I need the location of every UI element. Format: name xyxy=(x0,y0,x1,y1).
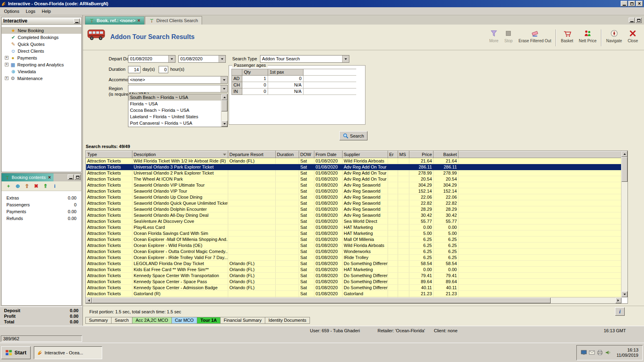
passenger-qty-cell[interactable]: 1 xyxy=(242,76,268,82)
result-row[interactable]: Attraction TicketsOcean Explorer -Mall O… xyxy=(86,237,621,243)
result-row[interactable]: Attraction TicketsSeaworld Orlando Up Cl… xyxy=(86,194,621,200)
scroll-thumb[interactable] xyxy=(221,100,227,111)
menu-logs[interactable]: Logs xyxy=(23,8,39,15)
scroll-thumb[interactable] xyxy=(621,157,627,182)
result-row[interactable]: Attraction TicketsSeaVenture At Discover… xyxy=(86,218,621,224)
column-header-type[interactable]: Type xyxy=(86,151,132,158)
expand-icon[interactable]: + xyxy=(5,76,8,80)
column-header-description[interactable]: Description xyxy=(132,151,228,158)
column-header-ms[interactable]: MS xyxy=(398,151,409,158)
passenger-qty-cell[interactable]: 0 xyxy=(242,82,268,88)
column-header-basket[interactable]: Basket xyxy=(433,151,458,158)
result-row[interactable]: Attraction TicketsLEGOLAND Florida One D… xyxy=(86,261,621,267)
column-header-departure-resort[interactable]: Departure Resort xyxy=(228,151,276,158)
mdi-restore-button[interactable] xyxy=(636,18,642,23)
section-tab-acc-2a-2c-mco[interactable]: Acc 2A,2C MCO xyxy=(132,317,172,324)
column-header-duration[interactable]: Duration xyxy=(276,151,299,158)
scroll-left-button[interactable] xyxy=(86,298,92,303)
duration-days-input[interactable] xyxy=(128,66,140,73)
result-row[interactable]: Attraction TicketsOcean Florida Savings … xyxy=(86,230,621,237)
basket-button[interactable]: Basket xyxy=(558,29,576,44)
scroll-down-button[interactable] xyxy=(221,121,227,127)
world-icon[interactable]: ⊕ xyxy=(15,183,21,189)
window-maximize-button[interactable] xyxy=(628,1,635,6)
result-row[interactable]: Attraction TicketsKids Eat Free Card ** … xyxy=(86,267,621,273)
results-horizontal-scrollbar[interactable] xyxy=(86,297,621,303)
result-row[interactable]: Attraction TicketsKennedy Space Center -… xyxy=(86,279,621,285)
result-row[interactable]: Attraction TicketsOcean Explorer - Outta… xyxy=(86,249,621,255)
passenger-first-pax-cell[interactable]: N/A xyxy=(268,88,303,95)
nett-price-button[interactable]: Nett Price xyxy=(576,29,599,44)
result-row[interactable]: Attraction TicketsGatorland (R)Sat01/08/… xyxy=(86,291,621,297)
sidebar-item-maintenance[interactable]: +⚙Maintenance xyxy=(2,75,81,82)
dropdown-arrow-icon[interactable] xyxy=(168,56,175,62)
result-row[interactable]: Attraction TicketsSeaworld Orlando VIP U… xyxy=(86,182,621,188)
duration-hours-input[interactable] xyxy=(159,66,168,73)
tray-print-icon[interactable] xyxy=(597,349,603,356)
result-row[interactable]: Attraction TicketsKennedy Space Center -… xyxy=(86,285,621,291)
accommodation-combo[interactable]: <none> xyxy=(128,76,228,84)
result-row[interactable]: Attraction TicketsUniversal Orlando 3 Pa… xyxy=(86,164,621,170)
basket-add-icon[interactable]: ⇧ xyxy=(24,183,30,189)
move-up-icon[interactable]: ⇑ xyxy=(43,183,48,189)
region-option[interactable]: Cocoa Beach ~ Florida ~ USA xyxy=(128,107,221,113)
result-row[interactable]: Attraction TicketsSeaworld Orlando Quick… xyxy=(86,200,621,206)
tray-display-icon[interactable] xyxy=(581,349,586,356)
depart-date-to-combo[interactable]: 01/08/2020 xyxy=(178,55,226,63)
result-row[interactable]: Attraction TicketsThe Wheel At ICON Park… xyxy=(86,176,621,182)
column-header-er[interactable]: Er xyxy=(388,151,398,158)
passenger-qty-cell[interactable]: 0 xyxy=(242,88,268,95)
sidebar-item-quick-quotes[interactable]: ✎Quick Quotes xyxy=(2,41,81,47)
search-type-combo[interactable]: Addon Tour Search xyxy=(260,55,349,63)
scroll-down-button[interactable] xyxy=(621,291,627,297)
result-row[interactable]: Attraction TicketsWild Florida Ticket Wi… xyxy=(86,158,621,164)
dropdown-arrow-icon[interactable] xyxy=(221,76,227,83)
depart-date-from-combo[interactable]: 01/08/2020 xyxy=(128,55,175,63)
scroll-up-button[interactable] xyxy=(221,94,227,100)
booking-panel-restore-button[interactable] xyxy=(74,175,80,180)
column-header-from-date[interactable]: From Date xyxy=(314,151,343,158)
tab-close-icon[interactable] xyxy=(138,18,140,23)
sidebar-item-direct-clients[interactable]: ☺Direct Clients xyxy=(2,47,81,54)
scroll-right-button[interactable] xyxy=(615,298,621,303)
region-option[interactable]: Lakeland ~ Florida ~ United States xyxy=(128,113,221,120)
section-tab-summary[interactable]: Summary xyxy=(85,317,111,324)
scroll-thumb[interactable] xyxy=(92,298,551,303)
taskbar-task-button[interactable]: Interactive - Ocea... xyxy=(34,346,102,359)
result-row[interactable]: Attraction TicketsSeaworld Orlando All-D… xyxy=(86,212,621,218)
tray-volume-icon[interactable] xyxy=(605,349,611,356)
section-tab-identity-documents[interactable]: Identity Documents xyxy=(265,317,310,324)
start-button[interactable]: Start xyxy=(1,346,31,359)
results-vertical-scrollbar[interactable] xyxy=(621,151,627,297)
delete-icon[interactable]: ✖ xyxy=(33,183,39,189)
close-button[interactable]: Close xyxy=(625,29,641,44)
dropdown-arrow-icon[interactable] xyxy=(221,85,227,92)
menu-options[interactable]: Options xyxy=(1,8,23,15)
section-tab-financial-summary[interactable]: Financial Summary xyxy=(220,317,265,324)
region-scrollbar[interactable] xyxy=(221,94,227,127)
info-icon[interactable]: i xyxy=(52,183,58,189)
add-icon[interactable]: + xyxy=(6,183,11,189)
erase-filtered-out-button[interactable]: Erase Filtered Out xyxy=(516,29,554,44)
window-close-button[interactable] xyxy=(636,1,643,6)
sidebar-item-viewdata[interactable]: ⊕Viewdata xyxy=(2,68,81,75)
window-minimize-button[interactable] xyxy=(621,1,627,6)
result-row[interactable]: Attraction TicketsSeaworld Orlando VIP T… xyxy=(86,188,621,194)
search-button[interactable]: Search xyxy=(339,131,367,140)
tab-close-icon[interactable] xyxy=(48,175,51,180)
dropdown-arrow-icon[interactable] xyxy=(342,56,349,62)
info-button[interactable] xyxy=(615,307,625,316)
expand-icon[interactable]: + xyxy=(5,56,8,60)
document-tab-book-ref-none[interactable]: Book. ref.: <none> xyxy=(85,16,144,25)
menu-help[interactable]: Help xyxy=(39,8,54,15)
region-option[interactable]: South Beach ~ Florida ~ USA xyxy=(128,94,221,101)
mdi-minimize-button[interactable] xyxy=(629,18,635,23)
sidebar-item-reporting-and-analytics[interactable]: +▦Reporting and Analytics xyxy=(2,61,81,68)
expand-icon[interactable]: + xyxy=(5,63,8,66)
passenger-first-pax-cell[interactable]: N/A xyxy=(268,82,303,88)
dropdown-arrow-icon[interactable] xyxy=(219,56,225,62)
result-row[interactable]: Attraction TicketsOcean Explorer - Wild … xyxy=(86,243,621,249)
panel-collapse-button[interactable] xyxy=(74,19,80,24)
booking-contents-tab[interactable]: Booking contents xyxy=(2,173,54,181)
result-row[interactable]: Attraction TicketsUniversal Orlando 2 Pa… xyxy=(86,170,621,176)
